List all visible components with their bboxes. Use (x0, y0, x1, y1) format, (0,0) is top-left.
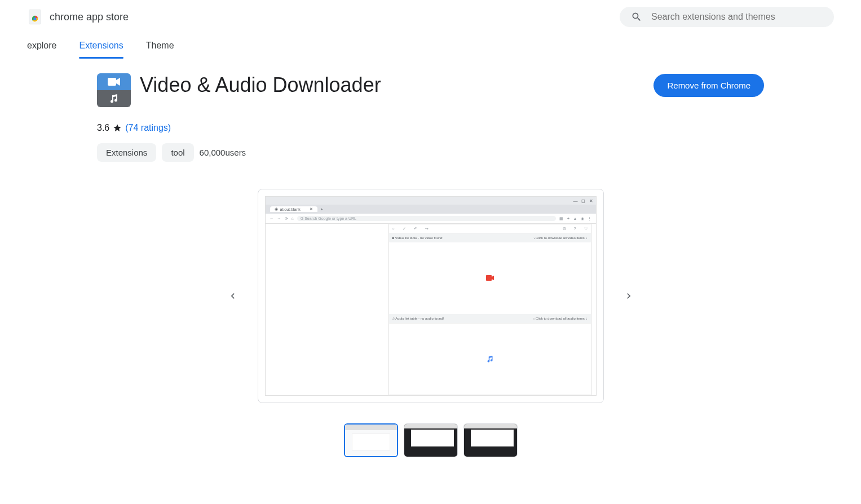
header: chrome app store (0, 0, 861, 34)
star-icon (113, 123, 122, 132)
chevron-right-icon (623, 290, 634, 302)
audio-section-header: ♫ Audio list table - no audio found! › C… (389, 314, 591, 323)
mini-popup: ○ ✓ ↶ ↪ G ? ♡ ■ Vi (388, 224, 591, 395)
maximize-icon: ◻ (581, 199, 585, 202)
music-note-icon (487, 356, 493, 362)
carousel-prev-button[interactable] (222, 285, 244, 307)
video-section-body (389, 242, 591, 314)
close-icon: ✕ (589, 199, 593, 202)
extension-icon (97, 73, 131, 107)
rating-value: 3.6 (97, 123, 109, 133)
mini-popup-toolbar: ○ ✓ ↶ ↪ G ? ♡ (389, 224, 591, 233)
extension-title: Video & Audio Downloader (140, 73, 381, 97)
chrome-logo-icon (27, 9, 43, 25)
nav-tabs: explore Extensions Theme (0, 34, 861, 58)
tab-explore[interactable]: explore (27, 34, 56, 58)
screenshot-main[interactable]: — ◻ ✕ ◉about:blank✕ + ←→⟳⌂ G Search Goog… (258, 189, 604, 403)
tab-theme[interactable]: Theme (146, 34, 174, 58)
video-section-header: ■ Video list table - no video found! › C… (389, 233, 591, 242)
extension-header: Video & Audio Downloader Remove from Chr… (97, 73, 764, 107)
carousel-next-button[interactable] (617, 285, 640, 307)
search-icon (631, 11, 642, 23)
tab-extensions[interactable]: Extensions (79, 34, 123, 58)
screenshot-carousel: — ◻ ✕ ◉about:blank✕ + ←→⟳⌂ G Search Goog… (97, 189, 764, 403)
thumbnail-strip (97, 423, 764, 457)
remove-button[interactable]: Remove from Chrome (654, 74, 764, 97)
chevron-left-icon (227, 290, 239, 302)
ratings-link[interactable]: (74 ratings) (125, 123, 171, 133)
mini-browser: — ◻ ✕ ◉about:blank✕ + ←→⟳⌂ G Search Goog… (265, 196, 597, 396)
logo[interactable]: chrome app store (27, 9, 129, 25)
thumbnail-2[interactable] (404, 423, 458, 457)
content: Video & Audio Downloader Remove from Chr… (0, 58, 861, 480)
user-count: 60,000users (200, 148, 246, 157)
thumbnail-1[interactable] (344, 423, 398, 457)
audio-section-body (389, 323, 591, 395)
mini-titlebar: — ◻ ✕ (266, 197, 596, 205)
music-icon (97, 90, 131, 107)
extension-title-row: Video & Audio Downloader Remove from Chr… (140, 73, 764, 97)
extension-meta: 3.6 (74 ratings) (97, 123, 764, 133)
store-title: chrome app store (50, 11, 129, 23)
mini-addr-field: G Search Google or type a URL (297, 216, 556, 221)
tag-extensions[interactable]: Extensions (97, 143, 156, 162)
video-icon (97, 73, 131, 90)
minimize-icon: — (573, 199, 577, 202)
svg-rect-3 (108, 78, 116, 86)
svg-point-2 (33, 17, 36, 20)
tags-row: Extensions tool 60,000users (97, 143, 764, 162)
mini-tabbar: ◉about:blank✕ + (266, 205, 596, 214)
tag-tool[interactable]: tool (162, 143, 193, 162)
mini-tab: ◉about:blank✕ (270, 206, 317, 212)
thumbnail-3[interactable] (463, 423, 518, 457)
search-bar[interactable] (620, 7, 834, 27)
svg-rect-4 (486, 275, 492, 281)
search-input[interactable] (651, 12, 823, 22)
video-icon (486, 275, 494, 281)
mini-addrbar: ←→⟳⌂ G Search Google or type a URL ▦✦▲◉⋮ (266, 214, 596, 224)
